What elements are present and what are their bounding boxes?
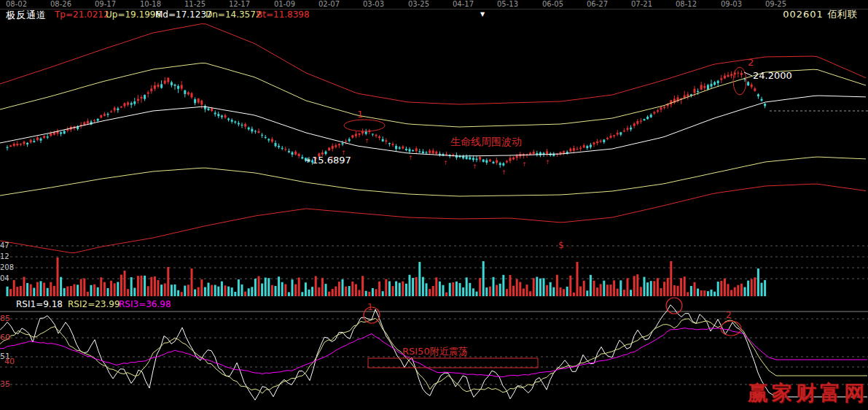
candle-body xyxy=(114,108,116,111)
candle-body xyxy=(657,110,659,112)
channel-line-Up xyxy=(0,63,866,128)
rsi-axis-label: 85 xyxy=(0,314,10,322)
volume-bar xyxy=(26,283,28,296)
volume-bar xyxy=(734,287,736,296)
volume-bar xyxy=(194,290,196,296)
volume-bar xyxy=(563,289,565,296)
rsi-value: RSI3=36.98 xyxy=(119,300,171,309)
candle-body xyxy=(395,146,397,149)
volume-bar xyxy=(77,285,79,296)
candle-body xyxy=(630,128,632,130)
candle-body xyxy=(87,121,89,124)
volume-bar xyxy=(506,289,508,296)
volume-bar xyxy=(74,285,76,296)
candle-body xyxy=(482,160,485,162)
volume-bar xyxy=(221,282,223,296)
volume-bar xyxy=(552,287,555,296)
candle-body xyxy=(385,140,387,142)
volume-bar xyxy=(472,288,474,296)
volume-bar xyxy=(583,281,585,296)
candle-body xyxy=(9,145,12,147)
volume-bar xyxy=(663,282,665,296)
volume-bar xyxy=(191,268,193,296)
volume-bar xyxy=(372,288,374,296)
candle-body xyxy=(278,146,280,147)
volume-bar xyxy=(653,281,655,296)
volume-bar xyxy=(657,278,659,296)
volume-bar xyxy=(529,291,531,296)
candle-body xyxy=(258,131,260,133)
volume-bar xyxy=(482,261,485,296)
candle-body xyxy=(184,90,186,94)
candle-body xyxy=(97,119,99,120)
rsi-axis-label: 60 xyxy=(0,333,10,341)
volume-bar xyxy=(224,285,227,296)
candle-body xyxy=(171,82,173,85)
volume-bar xyxy=(345,287,347,296)
candle-body xyxy=(429,150,431,152)
volume-bar xyxy=(439,282,441,296)
candle-body xyxy=(33,141,35,142)
volume-bar xyxy=(459,283,461,296)
candle-body xyxy=(469,158,471,160)
candle-body xyxy=(650,115,652,117)
rsi-note: RSI50附近震荡 xyxy=(402,347,468,356)
candle-body xyxy=(20,144,22,144)
volume-bar xyxy=(133,288,136,296)
volume-bar xyxy=(627,278,629,296)
candle-body xyxy=(110,112,112,112)
candle-body xyxy=(493,162,495,163)
candle-body xyxy=(60,132,62,134)
volume-bar xyxy=(214,285,216,296)
rsi-marker-1: 1 xyxy=(367,303,373,312)
volume-bar xyxy=(566,287,568,296)
volume-bar xyxy=(646,282,649,296)
candle-body xyxy=(227,118,230,120)
volume-bar xyxy=(405,284,407,296)
candle-body xyxy=(606,138,609,139)
volume-bar xyxy=(184,286,186,296)
volume-bar xyxy=(720,281,722,296)
volume-bar xyxy=(442,285,445,296)
volume-bar xyxy=(640,287,642,296)
candle-body xyxy=(496,160,498,163)
candle-body xyxy=(730,74,732,75)
volume-bar xyxy=(294,285,297,296)
candle-body xyxy=(533,152,535,154)
candle-body xyxy=(63,131,66,134)
volume-bar xyxy=(600,284,602,296)
volume-bar xyxy=(248,288,250,296)
volume-bar xyxy=(694,282,696,296)
candle-body xyxy=(154,85,156,89)
volume-bar xyxy=(670,261,672,296)
volume-bar xyxy=(315,276,317,296)
candle-body xyxy=(727,75,730,77)
candle-body xyxy=(757,94,759,96)
volume-bar xyxy=(321,278,324,296)
volume-bar xyxy=(231,287,233,296)
candle-body xyxy=(711,84,713,87)
candle-body xyxy=(489,160,491,162)
volume-bar xyxy=(301,292,303,296)
volume-bar xyxy=(496,285,498,296)
volume-bar xyxy=(351,282,353,296)
volume-bar xyxy=(20,286,22,296)
candle-body xyxy=(100,115,102,117)
volume-bar xyxy=(697,289,699,296)
volume-bar xyxy=(499,284,501,296)
volume-bar xyxy=(164,283,166,296)
volume-bar xyxy=(251,287,253,296)
rsi-marker-2: 2 xyxy=(726,311,732,320)
candle-body xyxy=(137,98,139,101)
volume-bar xyxy=(147,286,149,296)
volume-bar xyxy=(523,288,525,296)
main-marker-2: 2 xyxy=(748,58,754,67)
volume-bar xyxy=(174,285,176,296)
rsi-value: RSI1=9.18 xyxy=(16,300,63,309)
candle-body xyxy=(452,155,454,155)
volume-bar xyxy=(533,278,535,296)
signal-marker: ↑ xyxy=(443,160,448,166)
main-marker-1: 1 xyxy=(357,109,363,119)
volume-bar xyxy=(254,279,257,296)
candle-body xyxy=(717,81,719,83)
